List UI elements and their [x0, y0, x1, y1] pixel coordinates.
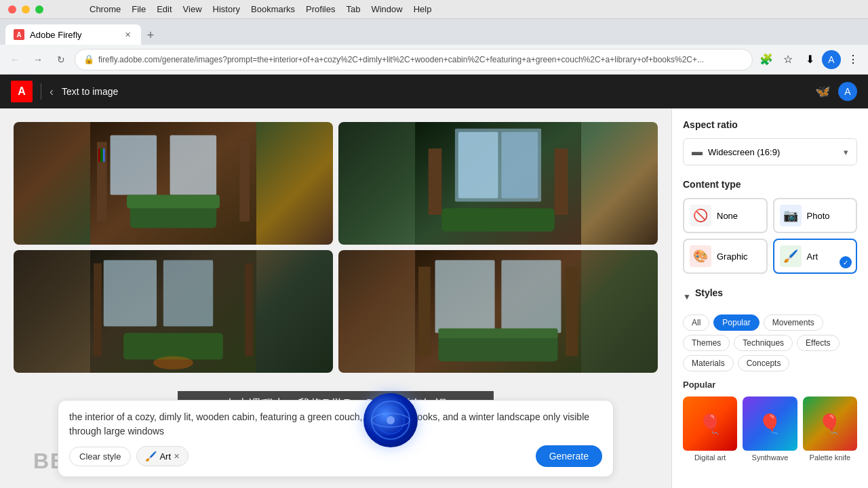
- svg-point-26: [153, 357, 193, 370]
- svg-rect-2: [111, 136, 157, 195]
- app-header: A ‹ Text to image 🦋 A: [0, 75, 868, 108]
- generated-image-3[interactable]: [14, 250, 333, 373]
- filter-materials[interactable]: Materials: [683, 355, 734, 371]
- content-type-none[interactable]: 🚫 None: [683, 198, 768, 233]
- new-tab-button[interactable]: +: [141, 26, 160, 45]
- svg-rect-16: [429, 148, 442, 215]
- generated-image-2[interactable]: [338, 122, 658, 245]
- menu-view[interactable]: View: [183, 4, 202, 14]
- menu-history[interactable]: History: [213, 4, 240, 14]
- graphic-label: Graphic: [717, 251, 748, 262]
- aspect-ratio-dropdown[interactable]: ▬ Widescreen (16:9) ▾: [683, 138, 857, 165]
- style-filters: All Popular Movements Themes Techniques …: [683, 314, 857, 371]
- tab-close-button[interactable]: ✕: [122, 29, 133, 40]
- spinning-orb: [363, 393, 418, 447]
- style-thumb-synthwave[interactable]: 🎈 Synthwave: [743, 396, 797, 462]
- clear-style-button[interactable]: Clear style: [69, 447, 131, 466]
- url-bar[interactable]: 🔒 firefly.adobe.com/generate/images?prom…: [75, 49, 753, 70]
- style-badge-close[interactable]: ✕: [174, 452, 180, 461]
- art-label: Art: [807, 251, 818, 262]
- bookmark-icon[interactable]: ☆: [778, 50, 797, 69]
- photo-icon: 📷: [780, 205, 802, 226]
- selected-check: ✓: [840, 256, 852, 268]
- sidebar: Aspect ratio ▬ Widescreen (16:9) ▾ Conte…: [671, 108, 868, 488]
- mac-minimize-dot[interactable]: [22, 5, 30, 14]
- menu-bookmarks[interactable]: Bookmarks: [251, 4, 295, 14]
- style-thumb-digital-art[interactable]: 🎈 Digital art: [683, 396, 737, 462]
- mac-fullscreen-dot[interactable]: [35, 5, 43, 14]
- styles-header[interactable]: ▼ Styles: [683, 287, 857, 306]
- menu-chrome[interactable]: Chrome: [90, 4, 121, 14]
- content-type-art[interactable]: 🖌️ Art ✓: [773, 239, 858, 274]
- generated-image-4[interactable]: [338, 250, 658, 373]
- styles-label: Styles: [695, 287, 723, 298]
- active-tab[interactable]: A Adobe Firefly ✕: [5, 24, 141, 45]
- digital-art-image: 🎈: [683, 396, 737, 451]
- url-text: firefly.adobe.com/generate/images?prompt…: [98, 55, 744, 64]
- svg-rect-30: [501, 260, 561, 333]
- filter-themes[interactable]: Themes: [683, 335, 730, 351]
- synthwave-label: Synthwave: [743, 453, 797, 462]
- collapse-icon: ▼: [683, 292, 691, 302]
- style-thumb-palette-knife[interactable]: 🎈 Palette knife: [803, 396, 857, 462]
- filter-concepts[interactable]: Concepts: [738, 355, 790, 371]
- menu-dots-icon[interactable]: ⋮: [844, 50, 863, 69]
- generated-image-1[interactable]: [14, 122, 333, 245]
- svg-rect-6: [98, 148, 100, 162]
- profile-icon[interactable]: A: [822, 50, 841, 69]
- svg-rect-31: [418, 266, 431, 356]
- svg-rect-7: [100, 148, 103, 162]
- svg-rect-3: [170, 136, 216, 195]
- svg-rect-14: [458, 132, 498, 199]
- user-avatar: A: [822, 50, 841, 69]
- svg-rect-32: [566, 266, 578, 356]
- filter-techniques[interactable]: Techniques: [734, 335, 793, 351]
- menu-help[interactable]: Help: [414, 4, 432, 14]
- menu-tab[interactable]: Tab: [346, 4, 360, 14]
- filter-movements[interactable]: Movements: [764, 314, 823, 331]
- menu-window[interactable]: Window: [371, 4, 402, 14]
- none-label: None: [717, 211, 738, 221]
- filter-effects[interactable]: Effects: [797, 335, 839, 351]
- filter-popular[interactable]: Popular: [713, 314, 759, 331]
- image-grid: [14, 122, 658, 373]
- svg-rect-23: [94, 264, 102, 357]
- filter-all[interactable]: All: [683, 314, 709, 331]
- prompt-text[interactable]: the interior of a cozy, dimly lit, woode…: [69, 410, 602, 439]
- generate-button[interactable]: Generate: [536, 445, 602, 467]
- none-icon: 🚫: [690, 205, 711, 226]
- content-type-label: Content type: [683, 179, 857, 190]
- svg-rect-15: [501, 132, 538, 199]
- digital-art-label: Digital art: [683, 453, 737, 462]
- style-badge-label: Art: [159, 451, 171, 462]
- svg-rect-18: [441, 208, 554, 231]
- style-badge[interactable]: 🖌️ Art ✕: [136, 446, 189, 466]
- back-button[interactable]: ←: [5, 50, 24, 69]
- forward-button[interactable]: →: [28, 50, 47, 69]
- mac-menubar: Chrome File Edit View History Bookmarks …: [0, 0, 868, 19]
- reload-button[interactable]: ↻: [52, 50, 71, 69]
- svg-rect-17: [555, 148, 568, 215]
- download-icon[interactable]: ⬇: [800, 50, 819, 69]
- back-nav-button[interactable]: ‹: [50, 85, 54, 99]
- svg-rect-22: [163, 260, 213, 327]
- menu-edit[interactable]: Edit: [157, 4, 172, 14]
- photo-label: Photo: [807, 211, 830, 221]
- styles-section: ▼ Styles All Popular Movements Themes Te…: [683, 287, 857, 462]
- extensions-icon[interactable]: 🧩: [757, 50, 776, 69]
- content-type-photo[interactable]: 📷 Photo: [773, 198, 858, 233]
- widescreen-icon: ▬: [692, 146, 703, 158]
- svg-rect-8: [103, 148, 105, 162]
- tab-bar: A Adobe Firefly ✕ +: [0, 19, 868, 45]
- browser-icons: 🧩 ☆ ⬇ A ⋮: [757, 50, 863, 69]
- content-type-graphic[interactable]: 🎨 Graphic: [683, 239, 768, 274]
- aspect-ratio-label: Aspect ratio: [683, 119, 857, 130]
- user-avatar-header[interactable]: A: [838, 82, 857, 101]
- menu-file[interactable]: File: [132, 4, 146, 14]
- dropdown-arrow-icon: ▾: [844, 147, 848, 157]
- mac-close-dot[interactable]: [8, 5, 16, 14]
- firefly-icon[interactable]: 🦋: [815, 84, 830, 99]
- main-content: Aspect ratio ▬ Widescreen (16:9) ▾ Conte…: [0, 108, 868, 488]
- menu-profiles[interactable]: Profiles: [306, 4, 335, 14]
- page-title: Text to image: [62, 86, 118, 97]
